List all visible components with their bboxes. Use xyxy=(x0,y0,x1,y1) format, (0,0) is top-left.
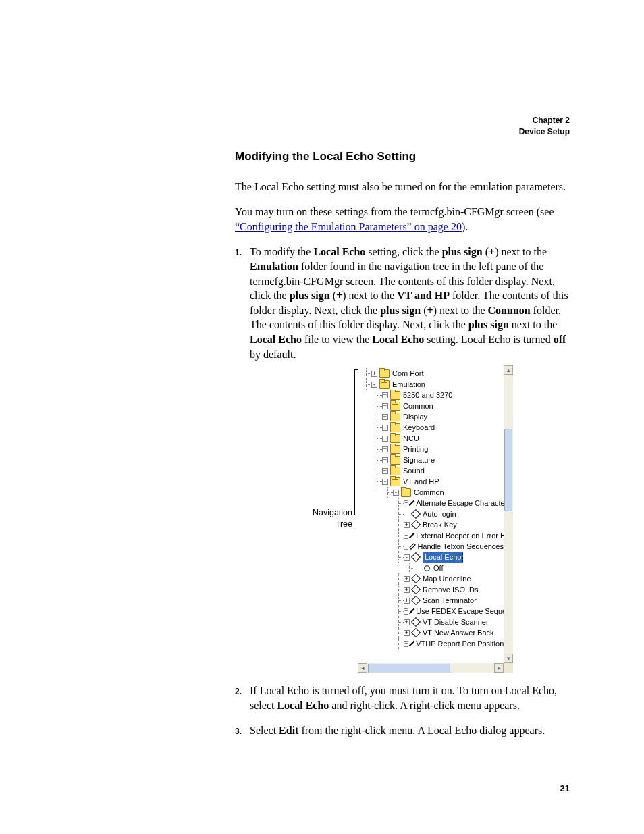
folder-icon xyxy=(390,445,400,454)
expand-icon[interactable]: + xyxy=(382,414,388,420)
page-number: 21 xyxy=(560,783,570,793)
collapse-icon[interactable]: - xyxy=(371,382,377,388)
navigation-tree-panel[interactable]: +Com Port -Emulation +5250 and 3270 +Com… xyxy=(358,365,513,673)
step-1: To modify the Local Echo setting, click … xyxy=(235,244,570,673)
tree-node[interactable]: +Printing xyxy=(362,444,504,454)
expand-icon[interactable]: + xyxy=(404,500,408,506)
tree-leaf-off[interactable]: Off xyxy=(362,563,504,573)
expand-icon[interactable]: + xyxy=(382,425,388,431)
tree-leaf[interactable]: +Alternate Escape Character xyxy=(362,498,504,509)
diamond-icon xyxy=(409,641,414,646)
scroll-down-icon[interactable]: ▾ xyxy=(504,654,513,663)
expand-icon[interactable]: + xyxy=(382,403,388,409)
folder-icon xyxy=(390,413,400,421)
step-2: If Local Echo is turned off, you must tu… xyxy=(235,683,570,712)
p2-pre: You may turn on these settings from the … xyxy=(235,206,554,217)
expand-icon[interactable]: + xyxy=(382,446,388,452)
diamond-icon xyxy=(411,596,421,605)
tree-leaf[interactable]: +Map Underline xyxy=(362,573,504,584)
tree-leaf[interactable]: +VTHP Report Pen Position xyxy=(362,638,504,649)
tree-leaf[interactable]: +VT Disable Scanner xyxy=(362,617,504,627)
collapse-icon[interactable]: - xyxy=(404,554,410,561)
folder-icon xyxy=(390,391,400,400)
folder-icon xyxy=(401,488,411,497)
tree-node[interactable]: +5250 and 3270 xyxy=(362,390,504,400)
tree-leaf[interactable]: +Break Key xyxy=(362,519,504,530)
xref-link[interactable]: “Configuring the Emulation Parameters” o… xyxy=(235,221,462,232)
scroll-corner xyxy=(504,663,513,673)
diamond-icon xyxy=(411,574,421,583)
expand-icon[interactable]: + xyxy=(404,608,408,615)
scroll-thumb[interactable] xyxy=(504,429,512,511)
folder-open-icon xyxy=(379,380,390,389)
tree-node-vt-hp[interactable]: -VT and HP xyxy=(362,476,504,487)
folder-icon xyxy=(390,423,400,432)
expand-icon[interactable]: + xyxy=(382,392,388,398)
expand-icon[interactable]: + xyxy=(371,371,377,377)
collapse-icon[interactable]: - xyxy=(393,490,399,496)
figure: Navigation Tree +Com Port -Emulation +52… xyxy=(250,365,570,673)
expand-icon[interactable]: + xyxy=(404,641,408,647)
folder-open-icon xyxy=(390,477,400,486)
scroll-right-icon[interactable]: ▸ xyxy=(494,663,504,673)
header-section: Device Setup xyxy=(74,126,570,138)
tree-leaf[interactable]: +Scan Terminator xyxy=(362,595,504,606)
diamond-icon xyxy=(411,520,421,529)
tree-node-common[interactable]: -Common xyxy=(362,487,504,498)
nav-tree-label: Navigation Tree xyxy=(311,507,352,530)
expand-icon[interactable]: + xyxy=(404,598,410,604)
tree-leaf[interactable]: Auto-login xyxy=(362,509,504,519)
tree-leaf[interactable]: +Handle Telxon Sequences xyxy=(362,541,504,552)
scroll-left-icon[interactable]: ◂ xyxy=(358,663,367,673)
expand-icon[interactable]: + xyxy=(404,533,408,539)
diamond-icon xyxy=(409,500,414,506)
scroll-up-icon[interactable]: ▴ xyxy=(504,365,513,375)
tree-node-emulation[interactable]: -Emulation xyxy=(362,379,504,390)
diamond-icon xyxy=(409,543,416,550)
diamond-icon xyxy=(411,509,421,519)
selected-label: Local Echo xyxy=(423,552,463,563)
tree-leaf[interactable]: +Use FEDEX Escape Sequence xyxy=(362,606,504,617)
expand-icon[interactable]: + xyxy=(404,576,410,582)
tree-node[interactable]: +Display xyxy=(362,411,504,422)
horizontal-scrollbar[interactable]: ◂ ▸ xyxy=(358,663,504,673)
diamond-icon xyxy=(411,585,421,594)
diamond-icon xyxy=(411,552,421,562)
tree-node-com-port[interactable]: +Com Port xyxy=(362,368,504,379)
diamond-icon xyxy=(411,628,421,637)
scroll-thumb[interactable] xyxy=(368,664,450,673)
expand-icon[interactable]: + xyxy=(382,457,388,463)
folder-icon xyxy=(390,434,400,443)
callout-line xyxy=(354,369,355,515)
diamond-icon xyxy=(409,533,414,538)
tree-node[interactable]: +Common xyxy=(362,400,504,411)
tree-leaf[interactable]: +VT New Answer Back xyxy=(362,627,504,638)
tree-node[interactable]: +Signature xyxy=(362,454,504,465)
expand-icon[interactable]: + xyxy=(382,436,388,442)
folder-icon xyxy=(390,467,400,475)
expand-icon[interactable]: + xyxy=(404,522,410,528)
expand-icon[interactable]: + xyxy=(404,587,410,593)
expand-icon[interactable]: + xyxy=(404,619,410,625)
folder-icon xyxy=(379,369,390,378)
folder-icon xyxy=(390,456,400,465)
tree-node[interactable]: +Keyboard xyxy=(362,422,504,433)
p2-post: ). xyxy=(462,221,468,232)
header-chapter: Chapter 2 xyxy=(74,115,570,126)
step-3: Select Edit from the right-click menu. A… xyxy=(235,723,570,738)
expand-icon[interactable]: + xyxy=(404,630,410,636)
collapse-icon[interactable]: - xyxy=(382,479,388,485)
tree-node[interactable]: +Sound xyxy=(362,465,504,476)
diamond-icon xyxy=(409,608,414,614)
vertical-scrollbar[interactable]: ▴ ▾ xyxy=(504,365,513,663)
tree-leaf[interactable]: +External Beeper on Error Bee xyxy=(362,530,504,541)
folder-open-icon xyxy=(390,402,400,411)
tree-node[interactable]: +NCU xyxy=(362,433,504,444)
intro-para-2: You may turn on these settings from the … xyxy=(235,205,570,234)
expand-icon[interactable]: + xyxy=(404,544,408,550)
option-icon xyxy=(424,565,430,571)
tree-leaf[interactable]: +Remove ISO IDs xyxy=(362,584,504,595)
tree-leaf-local-echo[interactable]: -Local Echo xyxy=(362,552,504,563)
section-heading: Modifying the Local Echo Setting xyxy=(235,150,570,163)
expand-icon[interactable]: + xyxy=(382,468,388,474)
